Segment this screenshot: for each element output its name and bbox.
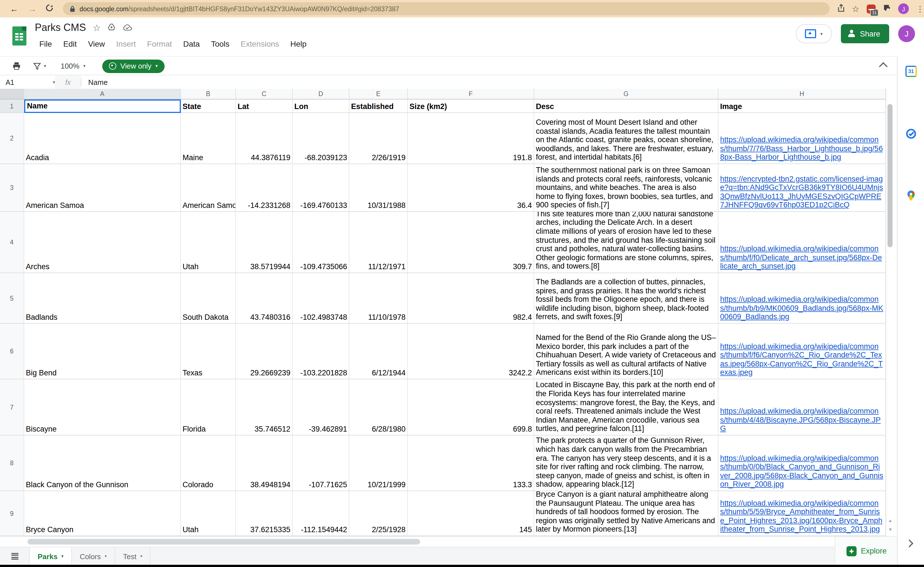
cell-image[interactable]: https://upload.wikimedia.org/wikipedia/c… [718,436,886,491]
menu-help[interactable]: Help [286,38,311,50]
cell-size[interactable]: 309.7 [408,212,534,273]
document-status-cloud-icon[interactable] [123,24,132,32]
calendar-icon[interactable]: 31 [906,66,917,77]
add-shortcut-to-drive-icon[interactable] [108,23,116,33]
filter-icon[interactable]: ▾ [33,62,46,70]
cell-lon[interactable]: -39.462891 [292,379,350,436]
menu-file[interactable]: File [35,38,57,50]
row-number[interactable]: 9 [0,491,24,536]
cell-size[interactable]: 133.3 [408,436,534,491]
cell-size[interactable]: 982.4 [408,273,534,324]
adblock-extension-icon[interactable]: 11 [867,4,876,13]
explore-button[interactable]: Explore [835,536,898,565]
header-cell[interactable]: Name [24,99,181,113]
row-number[interactable]: 4 [0,212,24,273]
hide-side-panel-icon[interactable] [907,541,912,546]
cell-lat[interactable]: -14.2331268 [236,164,292,212]
cell-image[interactable]: https://encrypted-tbn2.gstatic.com/licen… [718,164,886,212]
cell-established[interactable]: 11/10/1978 [350,273,408,324]
row-number[interactable]: 5 [0,273,24,324]
share-button[interactable]: Share [841,24,889,43]
cell-name[interactable]: Badlands [24,273,181,324]
cell-established[interactable]: 11/12/1971 [350,212,408,273]
cell-name[interactable]: Big Bend [24,324,181,379]
horizontal-scrollbar-thumb[interactable] [27,539,420,544]
menu-tools[interactable]: Tools [206,38,234,50]
cell-image[interactable]: https://upload.wikimedia.org/wikipedia/c… [718,273,886,324]
cell-established[interactable]: 10/21/1999 [350,436,408,491]
cell-image[interactable]: https://upload.wikimedia.org/wikipedia/c… [718,491,886,536]
row-number[interactable]: 7 [0,379,24,436]
cell-image[interactable]: https://upload.wikimedia.org/wikipedia/c… [718,113,886,164]
sheet-tab-caret-icon[interactable]: ▾ [62,554,63,559]
column-header-B[interactable]: B [181,89,236,99]
sheet-tab-test[interactable]: Test▾ [115,547,151,565]
cell-name[interactable]: Arches [24,212,181,273]
cell-size[interactable]: 699.8 [408,379,534,436]
cell-state[interactable]: Utah [181,491,236,536]
cell-established[interactable]: 2/25/1928 [350,491,408,536]
image-link[interactable]: https://upload.wikimedia.org/wikipedia/c… [720,342,883,377]
present-to-meeting-button[interactable]: ▾ [796,24,832,43]
bookmark-star-icon[interactable]: ☆ [852,4,860,14]
cell-state[interactable]: American Samoa [181,164,236,212]
header-cell[interactable]: Established [350,99,408,113]
row-number[interactable]: 2 [0,113,24,164]
select-all-corner[interactable] [0,89,24,99]
image-link[interactable]: https://upload.wikimedia.org/wikipedia/c… [720,454,883,489]
column-header-E[interactable]: E [350,89,408,99]
browser-profile-avatar[interactable]: J [898,3,909,14]
cell-lon[interactable]: -103.2201828 [292,324,350,379]
zoom-control[interactable]: 100% ▾ [61,62,86,70]
cell-state[interactable]: Maine [181,113,236,164]
row-number[interactable]: 3 [0,164,24,212]
formula-input[interactable]: Name [88,78,108,87]
cell-state[interactable]: South Dakota [181,273,236,324]
extensions-puzzle-icon[interactable] [883,4,891,14]
cell-established[interactable]: 10/31/1988 [350,164,408,212]
name-box[interactable]: A1 ▾ [0,78,55,86]
image-link[interactable]: https://upload.wikimedia.org/wikipedia/c… [720,295,883,321]
cell-state[interactable]: Utah [181,212,236,273]
cell-lat[interactable]: 35.746512 [236,379,292,436]
all-sheets-menu-icon[interactable] [0,547,29,565]
cell-lon[interactable]: -102.4983748 [292,273,350,324]
header-cell[interactable]: Lat [236,99,292,113]
maps-icon[interactable] [906,190,917,201]
cell-name[interactable]: Biscayne [24,379,181,436]
cell-name[interactable]: Acadia [24,113,181,164]
account-avatar[interactable]: J [898,25,915,42]
vertical-scrollbar[interactable]: ▲ ▼ [886,89,894,536]
star-icon[interactable]: ☆ [93,23,101,32]
header-cell[interactable]: Image [718,99,886,113]
tasks-icon[interactable] [906,128,917,139]
cell-lat[interactable]: 44.3876119 [236,113,292,164]
row-number[interactable]: 6 [0,324,24,379]
collapse-toolbar-icon[interactable] [880,62,887,69]
cell-lon[interactable]: -68.2039123 [292,113,350,164]
menu-data[interactable]: Data [178,38,204,50]
sheet-tab-caret-icon[interactable]: ▾ [105,554,107,559]
column-header-D[interactable]: D [292,89,350,99]
cell-lat[interactable]: 43.7480316 [236,273,292,324]
reload-icon[interactable] [45,4,54,14]
scroll-up-icon[interactable]: ▲ [886,517,894,525]
header-cell[interactable]: Lon [292,99,350,113]
sheets-logo-icon[interactable] [12,26,26,45]
document-title[interactable]: Parks CMS [35,22,86,34]
row-number[interactable]: 1 [0,99,24,113]
cell-established[interactable]: 6/28/1980 [350,379,408,436]
cell-lat[interactable]: 38.4948194 [236,436,292,491]
cell-image[interactable]: https://upload.wikimedia.org/wikipedia/c… [718,324,886,379]
image-link[interactable]: https://upload.wikimedia.org/wikipedia/c… [720,135,883,161]
image-link[interactable]: https://upload.wikimedia.org/wikipedia/c… [720,244,882,270]
cell-lat[interactable]: 37.6215335 [236,491,292,536]
cell-desc[interactable]: Named for the Bend of the Rio Grande alo… [534,324,718,379]
back-icon[interactable]: ← [9,4,18,14]
horizontal-scrollbar[interactable]: ◀ ▶ [0,536,897,547]
address-bar[interactable]: docs.google.com/spreadsheets/d/1gjttBIT4… [63,2,830,15]
cell-state[interactable]: Colorado [181,436,236,491]
share-page-icon[interactable] [837,4,844,14]
column-header-G[interactable]: G [534,89,718,99]
cell-desc[interactable]: The park protects a quarter of the Gunni… [534,436,718,491]
